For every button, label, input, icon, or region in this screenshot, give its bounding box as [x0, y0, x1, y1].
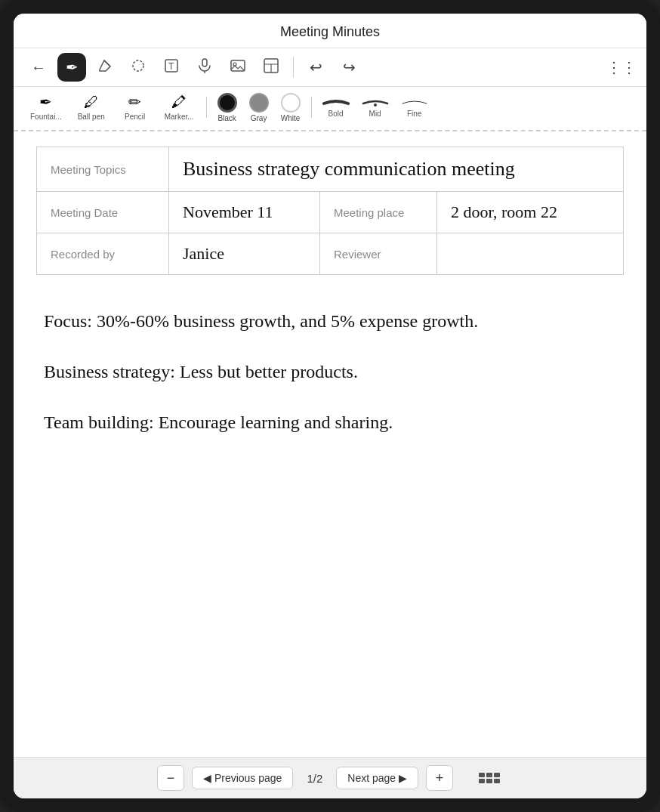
- sub-toolbar: ✒ Fountai... 🖊 Ball pen ✏ Pencil 🖍 Marke…: [14, 87, 646, 131]
- svg-point-1: [133, 60, 143, 71]
- lasso-tool-button[interactable]: [124, 53, 153, 82]
- main-toolbar: ← ✒: [14, 48, 646, 87]
- eraser-tool-button[interactable]: [91, 53, 119, 82]
- meeting-topics-value: Business strategy communication meeting: [169, 147, 624, 192]
- pen-icon: ✒: [66, 58, 79, 76]
- marker-option[interactable]: 🖍 Marker...: [159, 91, 200, 124]
- plus-icon: +: [436, 770, 444, 786]
- fine-stroke-label: Fine: [407, 110, 421, 118]
- black-color-circle[interactable]: [217, 93, 237, 113]
- mid-stroke-label: Mid: [369, 110, 381, 118]
- image-icon: [230, 57, 246, 78]
- toolbar-divider: [293, 57, 294, 78]
- zoom-in-button[interactable]: +: [426, 765, 453, 791]
- table-row-date-place: Meeting Date November 11 Meeting place 2…: [37, 192, 624, 233]
- pencil-icon: ✏: [128, 93, 141, 111]
- next-page-label: Next page: [347, 772, 396, 784]
- previous-page-button[interactable]: ◀ Previous page: [192, 767, 294, 789]
- next-icon: ▶: [399, 772, 407, 784]
- bold-stroke-label: Bold: [328, 110, 344, 118]
- note-line-3: Team building: Encourage learning and sh…: [44, 406, 616, 439]
- title-bar: Meeting Minutes: [14, 14, 646, 48]
- layout-tool-button[interactable]: [257, 53, 285, 82]
- back-button[interactable]: ←: [24, 53, 53, 82]
- sub-divider-2: [311, 97, 312, 118]
- reviewer-label: Reviewer: [320, 233, 437, 275]
- pen-tool-button[interactable]: ✒: [57, 53, 86, 82]
- mic-icon: [196, 57, 213, 78]
- ball-pen-label: Ball pen: [78, 113, 105, 121]
- previous-page-label: Previous page: [214, 772, 282, 784]
- recorded-by-label: Recorded by: [37, 233, 169, 275]
- lasso-icon: [130, 57, 146, 78]
- meeting-topics-label: Meeting Topics: [37, 147, 169, 192]
- back-icon: ←: [31, 59, 46, 76]
- more-options-button[interactable]: ⋮⋮: [607, 53, 636, 82]
- layout-icon: [263, 57, 279, 78]
- meeting-table: Meeting Topics Business strategy communi…: [36, 147, 624, 275]
- minus-icon: −: [167, 770, 175, 786]
- fountain-pen-label: Fountai...: [30, 113, 62, 121]
- marker-label: Marker...: [165, 113, 194, 121]
- black-color-option[interactable]: Black: [213, 91, 242, 122]
- gray-color-label: Gray: [251, 114, 267, 122]
- bold-stroke-icon: [322, 96, 350, 108]
- redo-icon: ↪: [343, 58, 356, 76]
- table-row-topics: Meeting Topics Business strategy communi…: [37, 147, 624, 192]
- fine-stroke-option[interactable]: Fine: [396, 94, 433, 119]
- redo-button[interactable]: ↪: [335, 53, 363, 82]
- undo-button[interactable]: ↩: [301, 53, 330, 82]
- screen: Meeting Minutes ← ✒: [14, 14, 646, 798]
- content-area: Meeting Topics Business strategy communi…: [14, 131, 646, 757]
- app-title: Meeting Minutes: [280, 24, 380, 39]
- prev-icon: ◀: [203, 772, 211, 784]
- reviewer-value: [437, 233, 624, 275]
- ball-pen-icon: 🖊: [84, 94, 99, 111]
- sub-divider-1: [206, 97, 207, 118]
- fine-stroke-icon: [401, 96, 428, 108]
- fountain-pen-icon: ✒: [39, 93, 52, 111]
- bottom-bar: − ◀ Previous page 1/2 Next page ▶ +: [14, 757, 646, 798]
- meeting-date-label: Meeting Date: [37, 192, 169, 233]
- svg-text:T: T: [168, 61, 174, 72]
- svg-rect-4: [202, 59, 207, 66]
- grid-icon: [479, 773, 500, 783]
- pencil-label: Pencil: [125, 113, 145, 121]
- svg-point-11: [374, 103, 377, 107]
- mic-tool-button[interactable]: [190, 53, 219, 82]
- more-icon: ⋮⋮: [606, 58, 637, 76]
- bold-stroke-option[interactable]: Bold: [318, 94, 354, 119]
- eraser-icon: [97, 57, 113, 78]
- text-icon: T: [163, 57, 180, 78]
- device-frame: Meeting Minutes ← ✒: [0, 0, 660, 812]
- ball-pen-option[interactable]: 🖊 Ball pen: [71, 91, 112, 124]
- gray-color-option[interactable]: Gray: [245, 91, 273, 122]
- fountain-pen-option[interactable]: ✒ Fountai...: [24, 90, 68, 124]
- grid-view-button[interactable]: [476, 765, 503, 791]
- pencil-option[interactable]: ✏ Pencil: [115, 90, 156, 124]
- image-tool-button[interactable]: [224, 53, 252, 82]
- svg-line-0: [104, 60, 110, 66]
- page-indicator: 1/2: [301, 772, 328, 785]
- undo-icon: ↩: [310, 58, 322, 76]
- meeting-place-value: 2 door, room 22: [437, 192, 624, 233]
- zoom-out-button[interactable]: −: [157, 765, 184, 791]
- mid-stroke-option[interactable]: Mid: [357, 94, 393, 119]
- table-row-recorder-reviewer: Recorded by Janice Reviewer: [37, 233, 624, 275]
- gray-color-circle[interactable]: [249, 93, 269, 113]
- marker-icon: 🖍: [171, 94, 187, 111]
- meeting-date-value: November 11: [169, 192, 320, 233]
- notes-area: Focus: 30%-60% business growth, and 5% e…: [36, 298, 624, 465]
- note-line-1: Focus: 30%-60% business growth, and 5% e…: [44, 305, 616, 338]
- black-color-label: Black: [217, 114, 236, 122]
- mid-stroke-icon: [362, 96, 389, 108]
- white-color-circle[interactable]: [281, 93, 301, 113]
- recorded-by-value: Janice: [169, 233, 320, 275]
- white-color-label: White: [281, 114, 301, 122]
- next-page-button[interactable]: Next page ▶: [336, 767, 418, 789]
- text-tool-button[interactable]: T: [157, 53, 186, 82]
- note-line-2: Business strategy: Less but better produ…: [44, 356, 616, 388]
- meeting-place-label: Meeting place: [320, 192, 437, 233]
- white-color-option[interactable]: White: [276, 91, 305, 122]
